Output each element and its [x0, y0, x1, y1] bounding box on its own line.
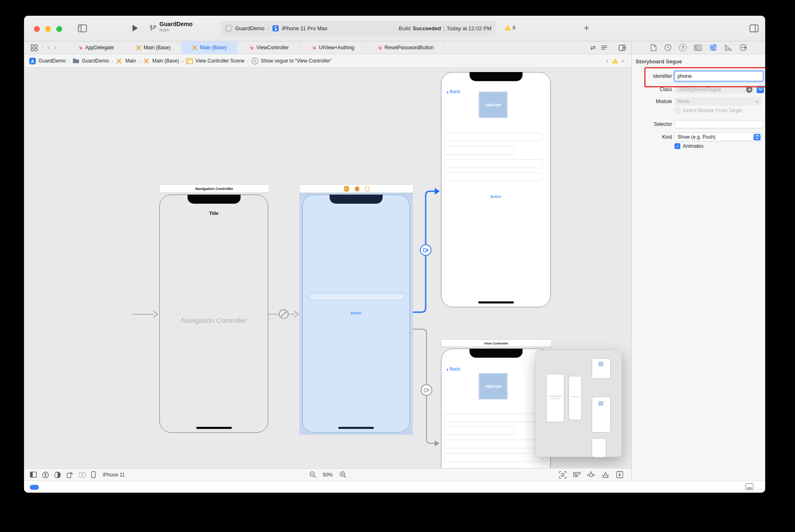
size-inspector-icon[interactable] [725, 44, 732, 51]
selector-field[interactable] [675, 120, 763, 128]
appearance-contrast-icon[interactable] [54, 472, 61, 478]
show-segue-badge[interactable] [421, 384, 432, 396]
jump-item-main-base[interactable]: Main (Base) [152, 58, 179, 64]
kind-value: Show (e.g. Push) [677, 134, 716, 140]
nav-controller-scene-header[interactable]: Navigation Controller [159, 184, 269, 193]
embed-in-icon[interactable] [616, 471, 623, 478]
text-field[interactable] [444, 132, 542, 141]
view-controller-dock-icon[interactable] [344, 186, 349, 192]
bottom-scene-header[interactable]: View Controller [441, 339, 552, 347]
navigation-controller[interactable]: Title Navigation Controller [159, 195, 268, 433]
app-logo-view[interactable]: AppLogo [479, 373, 508, 400]
close-window-button[interactable] [34, 26, 40, 32]
tab-resetpasswordbutton[interactable]: ResetPasswordButton [366, 41, 445, 54]
phone-notch [470, 349, 523, 358]
zoom-in-icon[interactable] [340, 471, 347, 478]
run-button[interactable] [132, 24, 138, 34]
detail-view-controller[interactable]: ‹ Back AppLogo Button [441, 72, 551, 307]
go-back-button[interactable]: ‹ [47, 44, 49, 51]
scene-dock-toggle-icon[interactable] [30, 472, 37, 478]
build-label: Build [399, 25, 411, 31]
jump-item-scene[interactable]: View Controller Scene [195, 58, 245, 64]
jump-item-segue[interactable]: Show segue to “View Controller” [261, 58, 332, 64]
split-view-icon[interactable] [79, 472, 86, 478]
accessibility-icon[interactable] [42, 472, 49, 478]
back-button[interactable]: ‹ Back [446, 89, 460, 94]
zoom-window-button[interactable] [56, 26, 62, 32]
quick-help-inspector-icon[interactable]: ? [679, 44, 687, 51]
inherit-module-checkbox[interactable] [675, 108, 680, 113]
add-constraints-icon[interactable] [587, 472, 595, 478]
storyboard-minimap[interactable] [535, 350, 622, 457]
minimap-bottom-vc [592, 397, 611, 433]
minimize-window-button[interactable] [45, 26, 51, 32]
file-inspector-icon[interactable] [650, 44, 657, 51]
hide-debug-area-icon[interactable] [745, 483, 754, 492]
jump-item-project[interactable]: GuardDemo [39, 58, 65, 64]
inspector-sidebar-toggle-icon[interactable] [749, 24, 759, 34]
jump-item-main[interactable]: Main [125, 58, 136, 64]
app-logo-label: AppLogo [485, 384, 501, 388]
bottom-view-controller[interactable]: ‹ Back AppLogo [441, 349, 551, 468]
class-dropdown-button[interactable] [756, 86, 764, 93]
related-items-icon[interactable] [31, 44, 38, 51]
resolve-autolayout-icon[interactable] [602, 472, 610, 478]
scheme-selector[interactable]: GuardDemo › iPhone 11 Pro Max Build Succ… [221, 21, 496, 36]
text-field[interactable] [444, 453, 542, 462]
tab-main-base-1[interactable]: Main (Base) [125, 41, 181, 54]
tab-uiview-authing[interactable]: UIView+Authing [300, 41, 365, 54]
project-title-block[interactable]: GuardDemo main [159, 21, 193, 33]
text-field[interactable] [444, 159, 542, 168]
zoom-level[interactable]: 50% [323, 472, 332, 478]
app-logo-view[interactable]: AppLogo [479, 91, 508, 118]
tab-viewcontroller[interactable]: ViewController [237, 41, 299, 54]
adjust-editor-options-icon[interactable] [601, 45, 607, 51]
exit-dock-icon[interactable] [365, 186, 369, 191]
navigator-sidebar-toggle-icon[interactable] [78, 24, 87, 34]
code-review-icon[interactable]: ⇄ [590, 44, 595, 51]
identity-inspector-icon[interactable] [694, 45, 702, 51]
text-field[interactable] [444, 426, 515, 435]
previous-issue-button[interactable]: ‹ [606, 58, 608, 64]
attributes-inspector-icon[interactable] [709, 44, 717, 51]
selected-scene-header[interactable] [299, 184, 414, 193]
button-view[interactable]: Button [441, 195, 550, 199]
text-field[interactable] [444, 440, 542, 448]
text-field[interactable] [444, 146, 515, 155]
zoom-out-icon[interactable] [309, 471, 316, 478]
class-field[interactable]: UIStoryboardSegue [675, 85, 754, 94]
orientation-rotate-icon[interactable] [66, 471, 73, 478]
history-inspector-icon[interactable] [664, 44, 672, 51]
first-responder-dock-icon[interactable] [355, 186, 359, 191]
add-editor-icon[interactable] [619, 45, 626, 51]
device-icon[interactable] [91, 471, 96, 478]
class-navigate-arrow-icon[interactable] [746, 87, 752, 93]
text-field[interactable] [444, 172, 542, 181]
storyboard-canvas[interactable]: ‹ Back AppLogo Button Navigation Control… [24, 68, 631, 468]
tab-appdelegate[interactable]: AppDelegate [66, 41, 125, 54]
kind-popup[interactable]: Show (e.g. Push) [675, 132, 762, 141]
show-segue-badge-selected[interactable] [420, 244, 431, 256]
identifier-field[interactable] [675, 71, 763, 81]
update-frames-icon[interactable] [559, 471, 566, 479]
login-view-controller-selected[interactable]: Button [302, 195, 410, 433]
simulator-icon [272, 25, 279, 32]
view-controller-scene-icon [186, 58, 193, 65]
breakpoints-toggle[interactable] [30, 485, 39, 490]
align-icon[interactable] [573, 472, 581, 478]
text-field[interactable] [309, 293, 404, 300]
warning-count-button[interactable]: 6 [504, 24, 516, 31]
text-field[interactable] [444, 413, 542, 422]
warning-icon[interactable] [612, 58, 618, 64]
new-tab-button[interactable]: + [584, 23, 589, 34]
device-label[interactable]: iPhone 11 [103, 472, 125, 478]
module-field[interactable]: None [675, 97, 761, 106]
tab-main-base-2-active[interactable]: Main (Base) [181, 41, 238, 54]
go-forward-button[interactable]: › [54, 44, 56, 51]
back-button[interactable]: ‹ Back [446, 366, 460, 371]
next-issue-button[interactable]: › [622, 58, 624, 64]
connections-inspector-icon[interactable] [740, 44, 747, 51]
animates-checkbox[interactable]: ✓ [675, 143, 680, 149]
button-view[interactable]: Button [303, 311, 410, 315]
jump-item-group[interactable]: GuardDemo [82, 58, 109, 64]
